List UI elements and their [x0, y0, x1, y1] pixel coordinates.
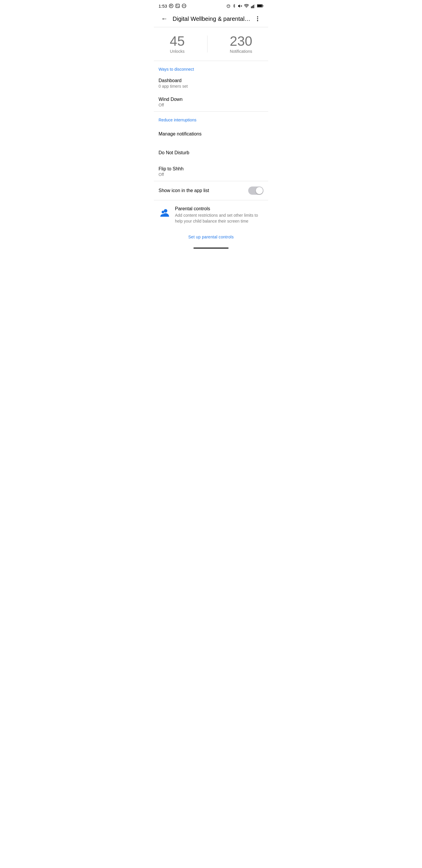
- wifi-icon: [244, 4, 249, 8]
- do-not-disturb-content: Do Not Disturb: [159, 150, 263, 155]
- setup-parental-controls-link[interactable]: Set up parental controls: [154, 230, 268, 244]
- manage-notifications-content: Manage notifications: [159, 131, 263, 137]
- stats-row: 45 Unlocks 230 Notifications: [154, 27, 268, 61]
- people-icon: [159, 207, 170, 218]
- svg-rect-1: [176, 4, 180, 8]
- notifications-stat: 230 Notifications: [230, 34, 252, 54]
- svg-rect-15: [257, 5, 262, 7]
- unlocks-value: 45: [170, 34, 185, 48]
- ways-to-disconnect-header: Ways to disconnect: [154, 61, 268, 74]
- back-arrow-icon: ←: [161, 15, 168, 23]
- wind-down-content: Wind Down Off: [159, 97, 263, 107]
- svg-point-20: [162, 211, 164, 214]
- show-icon-toggle[interactable]: [248, 186, 263, 195]
- signal-icon: [251, 4, 255, 8]
- dashboard-content: Dashboard 0 app timers set: [159, 78, 263, 89]
- alarm-icon: [226, 4, 231, 8]
- wind-down-subtitle: Off: [159, 103, 263, 107]
- svg-rect-9: [251, 6, 252, 8]
- show-icon-item[interactable]: Show icon in the app list: [154, 181, 268, 200]
- wind-down-title: Wind Down: [159, 97, 263, 102]
- svg-point-19: [164, 209, 167, 213]
- svg-point-0: [169, 4, 173, 8]
- spotify-icon: [169, 3, 173, 8]
- parental-controls-subtitle: Add content restrictions and set other l…: [175, 213, 263, 224]
- svg-point-16: [257, 17, 258, 18]
- more-options-button[interactable]: [252, 13, 263, 25]
- parental-controls-item[interactable]: Parental controls Add content restrictio…: [154, 200, 268, 230]
- flip-to-shhh-subtitle: Off: [159, 172, 263, 177]
- dashboard-title: Dashboard: [159, 78, 263, 83]
- show-icon-title: Show icon in the app list: [159, 188, 244, 193]
- manage-notifications-title: Manage notifications: [159, 131, 263, 137]
- parental-controls-title: Parental controls: [175, 206, 263, 211]
- dashboard-subtitle: 0 app timers set: [159, 84, 263, 89]
- svg-rect-10: [252, 6, 253, 8]
- blocked-icon: [182, 3, 186, 8]
- svg-point-18: [257, 20, 258, 22]
- show-icon-content: Show icon in the app list: [159, 188, 244, 193]
- status-left: 1:53: [159, 3, 186, 8]
- mute-icon: [238, 4, 242, 8]
- battery-icon: [257, 4, 263, 8]
- photos-icon: [175, 3, 180, 8]
- svg-point-2: [177, 5, 177, 6]
- do-not-disturb-item[interactable]: Do Not Disturb: [154, 144, 268, 162]
- status-bar: 1:53: [154, 0, 268, 10]
- reduce-interruptions-header: Reduce interruptions: [154, 112, 268, 125]
- flip-to-shhh-item[interactable]: Flip to Shhh Off: [154, 162, 268, 181]
- unlocks-label: Unlocks: [170, 49, 185, 54]
- notifications-label: Notifications: [230, 49, 252, 54]
- bluetooth-icon: [232, 3, 236, 8]
- page-title: Digital Wellbeing & parental c...: [173, 16, 252, 22]
- svg-rect-14: [263, 5, 263, 7]
- bottom-nav-indicator: [193, 248, 229, 249]
- stats-divider: [207, 35, 207, 53]
- status-right: [226, 3, 263, 8]
- notifications-value: 230: [230, 34, 252, 48]
- manage-notifications-item[interactable]: Manage notifications: [154, 125, 268, 144]
- svg-point-8: [246, 7, 247, 8]
- more-dots-icon: [254, 16, 261, 22]
- dashboard-item[interactable]: Dashboard 0 app timers set: [154, 74, 268, 93]
- show-icon-toggle-container[interactable]: [248, 186, 263, 195]
- parental-controls-icon: [159, 207, 170, 218]
- unlocks-stat: 45 Unlocks: [170, 34, 185, 54]
- svg-rect-11: [253, 5, 254, 8]
- back-button[interactable]: ←: [159, 13, 170, 25]
- flip-to-shhh-title: Flip to Shhh: [159, 166, 263, 172]
- status-time: 1:53: [159, 3, 167, 8]
- top-app-bar: ← Digital Wellbeing & parental c...: [154, 10, 268, 27]
- wind-down-item[interactable]: Wind Down Off: [154, 93, 268, 112]
- svg-point-17: [257, 18, 258, 19]
- flip-to-shhh-content: Flip to Shhh Off: [159, 166, 263, 177]
- svg-rect-12: [254, 4, 255, 8]
- toggle-knob: [256, 187, 263, 194]
- do-not-disturb-title: Do Not Disturb: [159, 150, 263, 155]
- parental-content: Parental controls Add content restrictio…: [175, 206, 263, 224]
